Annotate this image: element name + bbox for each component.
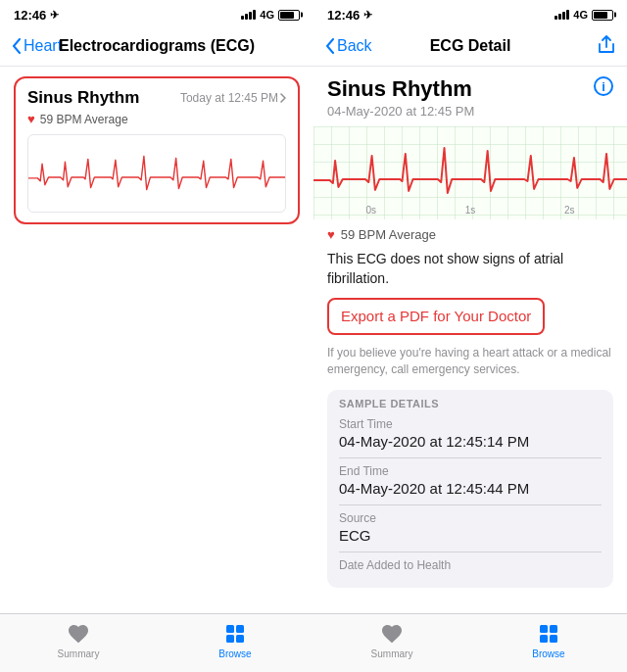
tab-summary-label-right: Summary [371,648,413,659]
info-button[interactable]: i [594,76,613,96]
time-left: 12:46 [14,8,46,23]
divider-2 [339,504,602,505]
back-button-right[interactable]: Back [325,37,372,55]
export-pdf-button[interactable]: Export a PDF for Your Doctor [327,298,545,335]
tab-browse-label-left: Browse [218,648,251,659]
svg-rect-5 [550,625,557,633]
ecg-chart-left [27,134,286,213]
right-screen: 12:46 ✈ 4G Back ECG Detail [314,0,627,672]
divider-3 [339,552,602,552]
ecg-bpm-row-left: ♥ 59 BPM Average [27,112,286,126]
svg-rect-2 [226,635,234,643]
ecg-card-title: Sinus Rhythm [27,88,139,108]
svg-rect-4 [540,625,548,633]
ecg-time-labels: 0s 1s 2s [314,205,627,216]
network-left: 4G [260,9,274,21]
plane-icon-right: ✈ [363,9,372,22]
svg-rect-1 [236,625,244,633]
ecg-detail-chart: 0s 1s 2s [314,126,627,219]
content-right[interactable]: Sinus Rhythm 04-May-2020 at 12:45 PM i 0… [314,67,627,613]
signal-icon-right [555,10,569,20]
nav-title-left: Electrocardiograms (ECG) [59,37,255,55]
export-btn-label: Export a PDF for Your Doctor [341,308,531,324]
tab-summary-left[interactable]: Summary [0,622,157,659]
emergency-text: If you believe you're having a heart att… [327,345,613,378]
time-right: 12:46 [327,8,360,23]
plane-icon: ✈ [50,9,59,22]
heart-icon-right: ♥ [327,227,335,242]
detail-date: 04-May-2020 at 12:45 PM [327,104,613,119]
content-left: Sinus Rhythm Today at 12:45 PM ♥ 59 BPM … [0,67,314,613]
tab-browse-left[interactable]: Browse [157,622,314,659]
share-button-right[interactable] [598,34,615,58]
nav-bar-right: Back ECG Detail [314,27,627,67]
sample-row-date-added: Date Added to Health [339,558,602,572]
battery-icon-right [592,10,613,21]
nav-bar-left: Heart Electrocardiograms (ECG) [0,27,314,67]
summary-icon-right [380,622,404,646]
detail-header: Sinus Rhythm 04-May-2020 at 12:45 PM i [314,67,627,119]
sample-row-source: Source ECG [339,511,602,544]
detail-bpm-row: ♥ 59 BPM Average [327,227,613,242]
nav-title-right: ECG Detail [430,37,511,55]
network-right: 4G [573,9,588,21]
svg-rect-0 [226,625,234,633]
status-bar-right: 12:46 ✈ 4G [314,0,627,27]
browse-icon-right [537,622,560,646]
sample-heading: SAMPLE DETAILS [339,398,602,409]
tab-browse-label-right: Browse [532,648,564,659]
ecg-card[interactable]: Sinus Rhythm Today at 12:45 PM ♥ 59 BPM … [14,76,300,224]
detail-body: This ECG does not show signs of atrial f… [314,250,627,588]
tab-browse-right[interactable]: Browse [470,622,627,659]
svg-rect-7 [550,635,557,643]
ecg-waveform-left [28,135,285,212]
detail-description: This ECG does not show signs of atrial f… [327,250,613,288]
ecg-card-time: Today at 12:45 PM [180,91,286,105]
sample-row-end: End Time 04-May-2020 at 12:45:44 PM [339,464,602,497]
summary-icon-left [67,622,90,646]
tab-summary-label-left: Summary [58,648,100,659]
svg-rect-6 [540,635,548,643]
svg-rect-3 [236,635,244,643]
tab-bar-left: Summary Browse [0,613,314,672]
tab-bar-right: Summary Browse [314,613,627,672]
divider-1 [339,457,602,458]
status-bar-left: 12:46 ✈ 4G [0,0,314,27]
left-screen: 12:46 ✈ 4G Heart Electrocardiograms (ECG… [0,0,314,672]
back-button-left[interactable]: Heart [12,37,62,55]
sample-row-start: Start Time 04-May-2020 at 12:45:14 PM [339,417,602,450]
detail-title: Sinus Rhythm [327,76,613,102]
battery-icon-left [278,10,300,21]
sample-details-section: SAMPLE DETAILS Start Time 04-May-2020 at… [327,390,613,588]
heart-icon-left: ♥ [27,112,35,126]
browse-icon-left [223,622,247,646]
tab-summary-right[interactable]: Summary [314,622,470,659]
signal-icon-left [241,10,256,20]
